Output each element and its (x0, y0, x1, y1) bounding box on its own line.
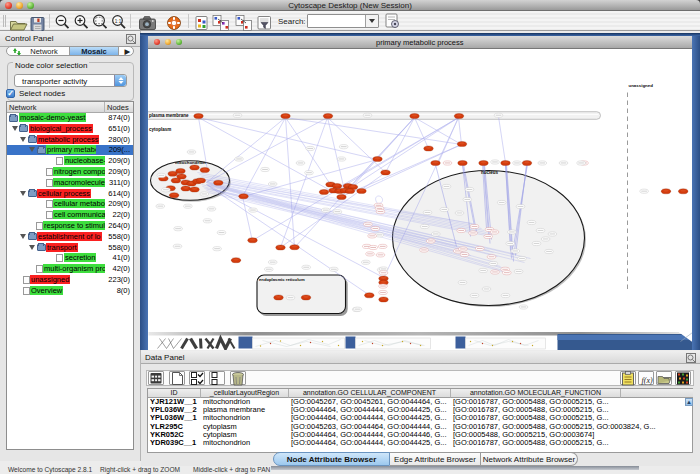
svg-text:cytoplasm: cytoplasm (149, 127, 171, 132)
svg-text:endoplasmic reticulum: endoplasmic reticulum (259, 277, 305, 282)
svg-text:nucleus: nucleus (481, 170, 499, 175)
svg-text:1:1: 1:1 (115, 19, 122, 24)
svg-text:f(x): f(x) (642, 376, 653, 385)
svg-text:plasma membrane: plasma membrane (149, 113, 189, 118)
svg-text:mitochondrion: mitochondrion (175, 160, 206, 165)
svg-text:unassigned: unassigned (628, 83, 653, 88)
